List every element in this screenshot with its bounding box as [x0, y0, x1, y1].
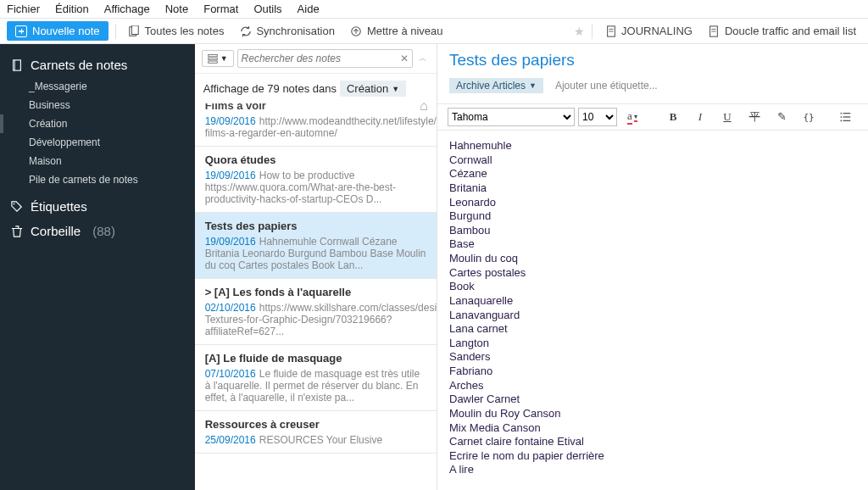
note-item-title: [A] Le fluide de masquage: [205, 352, 426, 365]
upgrade-button[interactable]: Mettre à niveau: [345, 23, 448, 39]
note-item-title: Films a voir: [205, 103, 426, 112]
note-item-date: 25/09/2016: [205, 434, 256, 446]
note-body-line: Moulin du Roy Canson: [449, 407, 856, 421]
note-body-line: Book: [449, 280, 856, 294]
note-body-line: Moulin du coq: [449, 252, 856, 266]
bold-button[interactable]: B: [661, 108, 685, 126]
note-body-line: Cartes postales: [449, 266, 856, 281]
note-body-line: Base: [449, 237, 856, 252]
notebook-dev[interactable]: Développement: [0, 133, 195, 152]
font-select[interactable]: Tahoma: [448, 108, 575, 126]
note-body-line: Britania: [449, 181, 856, 196]
view-mode-button[interactable]: ▼: [202, 50, 234, 67]
sync-button[interactable]: Synchronisation: [234, 23, 340, 39]
star-icon[interactable]: ★: [574, 25, 585, 38]
trash-icon: [10, 225, 24, 238]
note-body-line: Ecrire le nom du papier derrière: [449, 449, 856, 464]
shortcut-journaling[interactable]: JOURNALING: [599, 23, 698, 39]
shortcut-traffic[interactable]: Doucle traffic and email list: [703, 23, 861, 39]
search-input[interactable]: [242, 53, 400, 64]
note-list-column: ▼ ✕ ︿ Affichage de 79 notes dans Créatio…: [195, 44, 437, 490]
note-body-line: Lanaquarelle: [449, 294, 856, 309]
code-button[interactable]: {}: [797, 108, 821, 126]
add-tag[interactable]: Ajouter une étiquette...: [555, 80, 658, 92]
menu-bar: Fichier Édition Affichage Note Format Ou…: [0, 0, 868, 19]
notebook-icon: [10, 58, 24, 72]
note-item-date: 19/09/2016: [205, 115, 256, 127]
new-note-label: Nouvelle note: [32, 25, 100, 37]
all-notes-button[interactable]: Toutes les notes: [123, 23, 230, 39]
svg-rect-1: [131, 25, 138, 35]
list-summary: Affichage de 79 notes dans: [203, 82, 337, 95]
note-body-line: Lanavanguard: [449, 309, 856, 323]
note-list-item[interactable]: Tests des papiers19/09/2016Hahnemuhle Co…: [195, 213, 437, 279]
trash-count: (88): [92, 224, 115, 238]
note-body-line: Langton: [449, 337, 856, 351]
highlight-button[interactable]: ✎: [770, 108, 793, 126]
note-item-date: 07/10/2016: [205, 368, 256, 380]
note-item-date: 19/09/2016: [205, 170, 256, 181]
notebook-business[interactable]: Business: [0, 96, 195, 114]
notebook-stack[interactable]: Pile de carnets de notes: [0, 170, 195, 189]
size-select[interactable]: 10: [578, 108, 617, 126]
note-body-line: Leonardo: [449, 196, 856, 210]
svg-point-11: [14, 203, 15, 204]
note-item-title: > [A] Les fonds à l'aquarelle: [205, 286, 426, 298]
note-list-item[interactable]: Ressources à creuser25/09/2016RESOURCES …: [195, 411, 437, 454]
menu-view[interactable]: Affichage: [104, 3, 150, 15]
note-tag[interactable]: Archive Articles▼: [449, 78, 543, 93]
note-body-line: Hahnemuhle: [449, 139, 856, 153]
note-detail: Tests des papiers Archive Articles▼ Ajou…: [437, 44, 868, 490]
menu-tools[interactable]: Outils: [253, 3, 281, 15]
svg-point-20: [840, 120, 842, 122]
note-title[interactable]: Tests des papiers: [449, 51, 856, 70]
notebook-creation[interactable]: Création: [0, 114, 195, 133]
divider: [115, 24, 116, 39]
underline-button[interactable]: U: [715, 108, 739, 126]
clear-search-icon[interactable]: ✕: [400, 53, 409, 64]
menu-help[interactable]: Aide: [298, 3, 320, 15]
tags-header[interactable]: Étiquettes: [0, 194, 195, 219]
trash-header[interactable]: Corbeille (88): [0, 219, 195, 243]
menu-format[interactable]: Format: [203, 3, 238, 15]
notes-icon: [128, 25, 141, 37]
strike-button[interactable]: 平: [743, 108, 766, 126]
format-toolbar: Tahoma 10 a▾ B I U 平 ✎ {}: [437, 103, 868, 131]
plus-icon: [15, 25, 27, 37]
note-item-preview: RESOURCES Your Elusive: [259, 434, 382, 446]
note-body-line: Fabriano: [449, 365, 856, 379]
toolbar: Nouvelle note Toutes les notes Synchroni…: [0, 19, 868, 44]
notebooks-header[interactable]: Carnets de notes: [0, 53, 195, 77]
new-note-button[interactable]: Nouvelle note: [7, 21, 108, 41]
note-body-line: Bambou: [449, 224, 856, 238]
note-body-line: Lana carnet: [449, 322, 856, 337]
note-icon: [708, 25, 721, 37]
note-body-line: A lire: [449, 463, 856, 477]
note-list-item[interactable]: Films a voir19/09/2016http://www.modeand…: [195, 103, 437, 147]
note-list-item[interactable]: > [A] Les fonds à l'aquarelle02/10/2016h…: [195, 279, 437, 345]
note-body-line: Sanders: [449, 350, 856, 365]
font-color-button[interactable]: a▾: [620, 108, 644, 126]
italic-button[interactable]: I: [688, 108, 712, 126]
filter-chip[interactable]: Création▼: [340, 81, 406, 97]
svg-point-19: [840, 116, 842, 118]
list-button[interactable]: [834, 108, 858, 126]
note-body[interactable]: HahnemuhleCornwallCézaneBritaniaLeonardo…: [437, 131, 868, 486]
menu-note[interactable]: Note: [165, 3, 188, 15]
svg-rect-13: [208, 58, 217, 59]
notebook-messagerie[interactable]: _Messagerie: [0, 77, 195, 96]
note-item-date: 02/10/2016: [205, 302, 256, 314]
note-item-title: Tests des papiers: [205, 220, 426, 232]
collapse-icon[interactable]: ︿: [416, 53, 430, 64]
note-list-item[interactable]: Quora études19/09/2016How to be producti…: [195, 147, 437, 213]
note-body-line: Dawler Carnet: [449, 393, 856, 407]
notebook-maison[interactable]: Maison: [0, 152, 195, 170]
menu-edit[interactable]: Édition: [55, 3, 89, 15]
note-body-line: Cézane: [449, 167, 856, 181]
note-item-title: Ressources à creuser: [205, 418, 426, 431]
svg-rect-14: [208, 61, 217, 63]
upgrade-icon: [350, 25, 363, 37]
menu-file[interactable]: Fichier: [7, 3, 40, 15]
divider: [592, 24, 593, 39]
note-list-item[interactable]: [A] Le fluide de masquage07/10/2016Le fl…: [195, 345, 437, 411]
